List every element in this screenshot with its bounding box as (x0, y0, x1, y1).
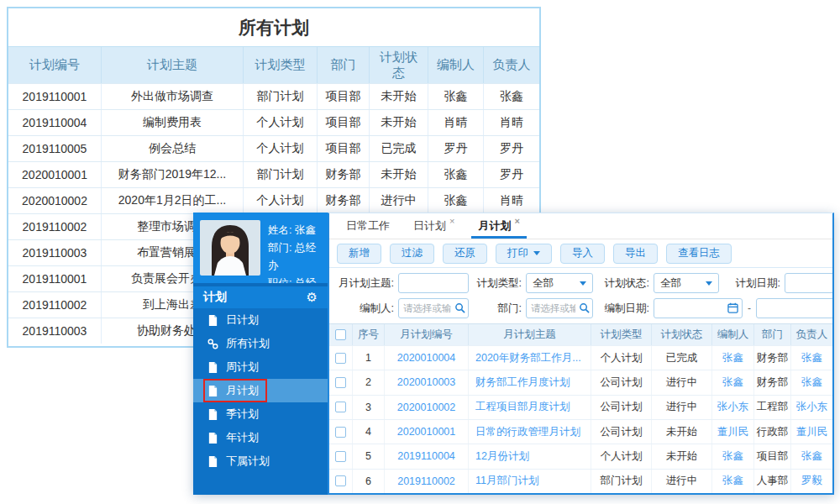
select-all-checkbox[interactable] (335, 329, 346, 340)
cell-type: 部门计划 (591, 470, 652, 493)
cell-subject[interactable]: 2020年财务部工作月... (469, 346, 591, 370)
plan-date-filter-input[interactable] (785, 273, 832, 293)
cell-owner[interactable]: 董川民 (791, 420, 832, 444)
close-icon[interactable]: × (514, 216, 519, 226)
table-row[interactable]: 22020010003财务部工作月度计划公司计划进行中张鑫财务部张鑫 (329, 370, 832, 394)
cell-creator[interactable]: 张鑫 (712, 370, 754, 394)
cell-owner[interactable]: 罗毅 (791, 470, 832, 493)
creator-filter-label: 编制人: (334, 302, 398, 316)
cell-creator[interactable]: 张鑫 (712, 346, 754, 370)
sidebar-item-quarter-plan[interactable]: 季计划 (193, 402, 328, 426)
view-log-button[interactable]: 查看日志 (666, 244, 732, 264)
sidebar-item-month-plan[interactable]: 月计划 (193, 379, 328, 402)
cell-subject[interactable]: 日常的行政管理月计划 (469, 420, 591, 444)
row-checkbox[interactable] (335, 427, 346, 438)
cell-owner[interactable]: 张鑫 (791, 444, 832, 468)
reset-button[interactable]: 还原 (443, 244, 487, 264)
date-range-separator: - (748, 302, 751, 314)
table-cell: 肖晴 (483, 110, 539, 135)
table-row[interactable]: 42020010001日常的行政管理月计划公司计划未开始董川民行政部董川民 (329, 419, 832, 444)
table-row[interactable]: 120200100042020年财务部工作月...个人计划已完成张鑫财务部张鑫 (329, 345, 832, 370)
print-button[interactable]: 打印 (496, 244, 552, 264)
column-header: 计划状态 (652, 324, 712, 345)
column-header: 负责人 (791, 324, 832, 345)
export-button[interactable]: 导出 (613, 244, 658, 264)
calendar-icon[interactable] (727, 302, 738, 313)
cell-code[interactable]: 2020010004 (385, 346, 469, 370)
cell-no: 3 (353, 396, 385, 419)
cell-creator[interactable]: 张鑫 (712, 470, 754, 493)
status-filter-select[interactable]: 全部 (654, 273, 719, 293)
tab-daily-work[interactable]: 日常工作 (339, 213, 396, 239)
tab-month-plan[interactable]: 月计划× (471, 213, 526, 239)
filter-button[interactable]: 过滤 (390, 244, 434, 264)
cell-creator[interactable]: 董川民 (712, 420, 754, 444)
cell-dept: 行政部 (754, 420, 791, 444)
subject-filter-input[interactable] (398, 273, 469, 293)
cell-creator[interactable]: 张鑫 (712, 444, 754, 468)
table-row[interactable]: 2019110004编制费用表个人计划项目部未开始肖晴肖晴 (8, 109, 539, 135)
row-checkbox[interactable] (335, 475, 346, 486)
tab-day-plan[interactable]: 日计划× (407, 213, 461, 239)
table-row[interactable]: 6201911000211月部门计划部门计划进行中张鑫人事部罗毅 (329, 469, 832, 493)
table-cell: 财务部 (317, 162, 369, 187)
sidebar-item-label: 季计划 (226, 407, 259, 422)
add-button[interactable]: 新增 (337, 244, 381, 264)
cell-subject[interactable]: 工程项目部月度计划 (469, 396, 591, 419)
table-cell: 部门计划 (243, 162, 317, 187)
column-header: 部门 (754, 324, 791, 345)
cell-code[interactable]: 2020010003 (385, 370, 469, 394)
import-button[interactable]: 导入 (560, 244, 605, 264)
row-checkbox[interactable] (335, 451, 346, 462)
cell-owner[interactable]: 张鑫 (791, 346, 832, 370)
cell-code[interactable]: 2019110002 (385, 470, 469, 493)
table-cell: 例会总结 (101, 136, 243, 161)
cell-code[interactable]: 2020010001 (385, 420, 469, 444)
checkbox-cell (329, 396, 353, 419)
sidebar-item-week-plan[interactable]: 周计划 (193, 355, 328, 379)
table-row[interactable]: 20200100022020年1月2日的工...个人计划财务部进行中张鑫肖晴 (8, 187, 539, 213)
cell-no: 1 (353, 346, 385, 370)
column-header: 负责人 (483, 47, 539, 83)
create-date-from (654, 298, 743, 318)
user-profile: 姓名: 张鑫 部门: 总经办 职位: 总经理 (193, 213, 328, 283)
cell-creator[interactable]: 张小东 (712, 396, 754, 419)
table-row[interactable]: 5201911000412月份计划个人计划未开始张鑫项目部张鑫 (329, 444, 832, 468)
search-icon[interactable] (454, 302, 465, 313)
dropdown-caret-icon (580, 281, 586, 286)
table-cell: 2019110003 (8, 240, 101, 265)
close-icon[interactable]: × (449, 216, 454, 226)
table-row[interactable]: 2019110005例会总结个人计划项目部已完成罗丹罗丹 (8, 135, 539, 161)
cell-code[interactable]: 2020010002 (385, 396, 469, 419)
sidebar-item-label: 月计划 (226, 383, 259, 398)
tab-label: 日计划 (413, 218, 446, 234)
sidebar-item-subordinate-plan[interactable]: 下属计划 (193, 449, 328, 473)
gear-icon[interactable]: ⚙ (307, 290, 318, 305)
column-header: 月计划编号 (385, 324, 469, 345)
cell-subject[interactable]: 12月份计划 (469, 444, 591, 468)
document-icon (207, 386, 218, 396)
creator-filter-search (398, 298, 469, 318)
column-header: 计划主题 (101, 47, 243, 83)
cell-subject[interactable]: 财务部工作月度计划 (469, 370, 591, 394)
cell-owner[interactable]: 张鑫 (791, 370, 832, 394)
cell-code[interactable]: 2019110004 (385, 444, 469, 468)
table-row[interactable]: 2020010001财务部门2019年12...部门计划财务部未开始张鑫罗丹 (8, 161, 539, 187)
sidebar-item-all-plans[interactable]: 所有计划 (193, 332, 328, 355)
row-checkbox[interactable] (335, 353, 346, 364)
create-date-to-input[interactable] (756, 298, 832, 318)
type-filter-select[interactable]: 全部 (526, 273, 593, 293)
cell-subject[interactable]: 11月部门计划 (469, 470, 591, 493)
table-cell: 未开始 (369, 162, 428, 187)
cell-owner[interactable]: 张小东 (791, 396, 832, 419)
search-icon[interactable] (579, 302, 590, 313)
row-checkbox[interactable] (335, 377, 346, 388)
sidebar-item-day-plan[interactable]: 日计划 (193, 308, 328, 332)
dept-filter-search (526, 298, 593, 318)
row-checkbox[interactable] (335, 402, 346, 412)
plan-grid: 序号月计划编号月计划主题计划类型计划状态编制人部门负责人 12020010004… (329, 323, 832, 493)
table-row[interactable]: 32020010002工程项目部月度计划公司计划进行中张小东工程部张小东 (329, 395, 832, 419)
table-cell: 项目部 (317, 136, 369, 161)
sidebar-item-year-plan[interactable]: 年计划 (193, 426, 328, 449)
table-row[interactable]: 2019110001外出做市场调查部门计划项目部未开始张鑫张鑫 (8, 83, 539, 109)
